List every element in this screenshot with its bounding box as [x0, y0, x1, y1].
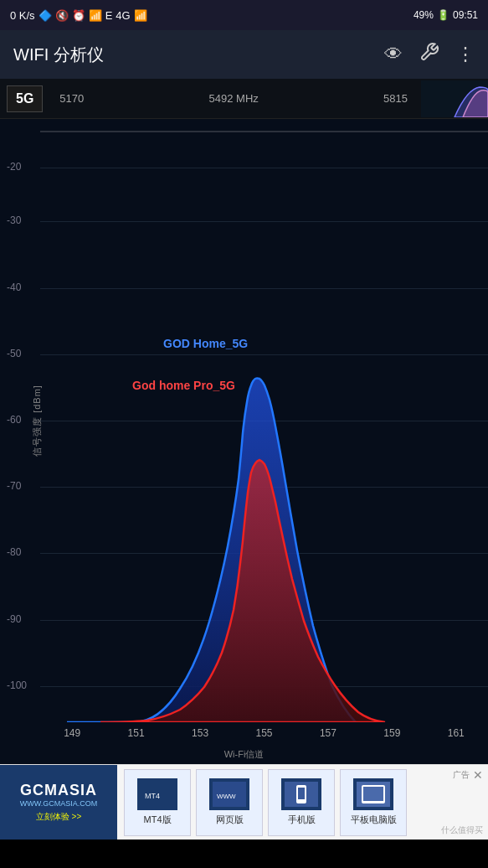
network-label-god-home-pro: God home Pro_5G [132, 379, 235, 392]
web-icon: WWW [209, 778, 249, 810]
chart-container: 信号强度 [dBm] -20 -30 -40 -50 -60 -70 -80 -… [0, 119, 488, 722]
x-label-153: 153 [192, 727, 208, 739]
x-label-155: 155 [255, 727, 272, 739]
ad-item-mobile[interactable]: 手机版 [268, 769, 335, 836]
svg-text:WWW: WWW [217, 793, 236, 800]
x-label-149: 149 [64, 727, 80, 739]
x-label-159: 159 [383, 727, 400, 739]
mobile-icon [281, 778, 321, 810]
more-icon[interactable]: ⋮ [456, 44, 475, 65]
svg-text:MT4: MT4 [145, 792, 160, 800]
clock: 09:51 [453, 9, 478, 21]
ad-close-button[interactable]: ✕ [473, 768, 483, 782]
x-axis-title: Wi-Fi信道 [224, 748, 265, 761]
ad-item-tablet[interactable]: 平板电脑版 [340, 769, 407, 836]
ad-item-web[interactable]: WWW 网页版 [196, 769, 263, 836]
ad-right: 广告 ✕ 什么值得买 [436, 765, 488, 840]
freq-center: 5492 MHz [209, 92, 259, 105]
freq-bar: 5G 5170 5492 MHz 5815 [0, 79, 488, 119]
eye-icon[interactable]: 👁 [384, 44, 403, 65]
ad-mobile-label: 手机版 [288, 814, 316, 826]
app-bar: WIFI 分析仪 👁 ⋮ [0, 30, 488, 79]
status-left: 0 K/s 🔷 🔇 ⏰ 📶 E 4G 📶 [10, 9, 147, 22]
status-bar: 0 K/s 🔷 🔇 ⏰ 📶 E 4G 📶 49% 🔋 09:51 [0, 0, 488, 30]
wrench-icon[interactable] [419, 42, 439, 67]
ad-tablet-label: 平板电脑版 [351, 814, 397, 826]
ad-banner: GCMASIA WWW.GCMASIA.COM 立刻体验 >> MT4 MT4版… [0, 764, 488, 840]
wifi-chart-svg [0, 119, 488, 722]
x-label-161: 161 [448, 727, 465, 739]
watermark-label: 什么值得买 [441, 824, 483, 836]
alarm-icon: ⏰ [72, 9, 85, 22]
network-4g: 4G [116, 9, 130, 22]
x-axis: 149 151 153 155 157 159 161 Wi-Fi信道 [0, 722, 488, 764]
ad-mt4-label: MT4版 [144, 814, 172, 826]
ad-center: MT4 MT4版 WWW 网页版 手机版 平板电脑版 [117, 765, 436, 840]
network-type: E [105, 9, 113, 22]
ad-label: 广告 [453, 769, 470, 781]
x-label-151: 151 [128, 727, 145, 739]
gcm-url: WWW.GCMASIA.COM [20, 799, 98, 808]
battery-icon: 🔋 [437, 9, 449, 21]
bluetooth-icon: 🔷 [39, 9, 52, 22]
svg-rect-10 [363, 787, 383, 801]
svg-rect-7 [298, 788, 305, 799]
audio-icon: 🔇 [55, 9, 69, 22]
mt4-icon: MT4 [137, 778, 177, 810]
app-bar-icons: 👁 ⋮ [384, 42, 475, 67]
gcm-logo: GCMASIA [20, 782, 97, 799]
freq-mini-chart [421, 80, 488, 117]
signal-icon: 📶 [134, 9, 147, 22]
ad-web-label: 网页版 [216, 814, 244, 826]
ad-left: GCMASIA WWW.GCMASIA.COM 立刻体验 >> [0, 765, 117, 840]
status-speed: 0 K/s [10, 9, 35, 22]
ad-item-mt4[interactable]: MT4 MT4版 [124, 769, 191, 836]
battery-pct: 49% [414, 9, 434, 21]
tablet-icon [353, 778, 393, 810]
status-right: 49% 🔋 09:51 [414, 9, 478, 21]
network-label-god-home: GOD Home_5G [163, 337, 248, 350]
app-title: WIFI 分析仪 [13, 44, 104, 66]
band-badge[interactable]: 5G [7, 85, 43, 112]
freq-labels: 5170 5492 MHz 5815 [43, 92, 421, 105]
x-label-157: 157 [320, 727, 336, 739]
freq-left: 5170 [59, 92, 84, 105]
freq-right: 5815 [383, 92, 408, 105]
wifi-icon: 📶 [89, 9, 102, 22]
x-labels: 149 151 153 155 157 159 161 [40, 727, 488, 739]
gcm-explore[interactable]: 立刻体验 >> [36, 811, 81, 823]
